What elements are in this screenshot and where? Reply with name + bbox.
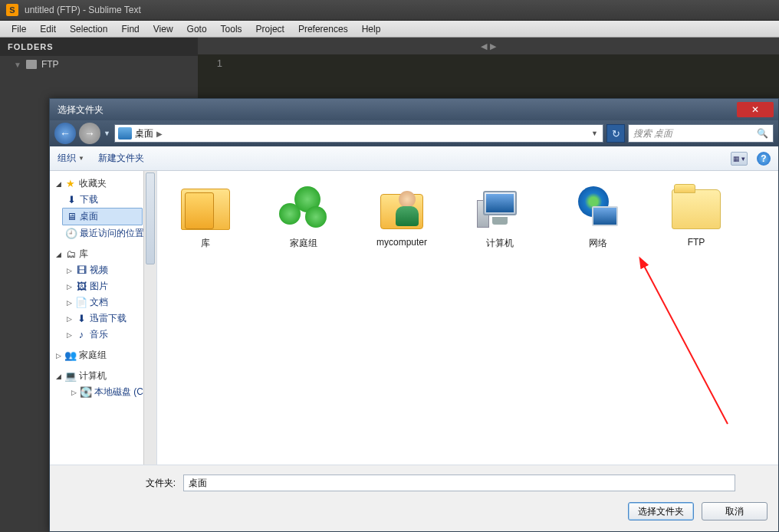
tab-prev-icon[interactable]: ◀: [481, 41, 487, 51]
network-icon: [574, 186, 623, 232]
tree-item-xunlei[interactable]: ▷⬇迅雷下载: [50, 310, 156, 327]
tree-item-recent[interactable]: 🕘最近访问的位置: [50, 225, 156, 241]
app-menubar[interactable]: File Edit Selection Find View Goto Tools…: [0, 21, 779, 38]
view-options-button[interactable]: ▦ ▾: [731, 152, 748, 166]
item-label: 网络: [589, 237, 607, 250]
tree-item-video[interactable]: ▷🎞视频: [50, 262, 156, 278]
tree-item-music[interactable]: ▷♪音乐: [50, 327, 156, 343]
computer-icon: [477, 188, 523, 231]
item-label: mycomputer: [376, 237, 427, 248]
nav-tree[interactable]: ◢★收藏夹 ⬇下载 🖥桌面 🕘最近访问的位置 ◢🗂库 ▷🎞视频 ▷🖼图片 ▷📄文…: [50, 171, 157, 465]
organize-button[interactable]: 组织▼: [58, 152, 84, 165]
dialog-navbar: ← → ▼ 桌面 ▶ ▼ ↻ 搜索 桌面 🔍: [50, 120, 778, 146]
app-titlebar: S untitled (FTP) - Sublime Text: [0, 0, 779, 21]
tree-libraries[interactable]: ◢🗂库: [50, 246, 156, 262]
menu-goto[interactable]: Goto: [180, 22, 214, 36]
tab-bar: ◀▶: [198, 38, 779, 54]
nav-forward-button[interactable]: →: [79, 123, 100, 144]
item-label: 库: [201, 237, 210, 250]
chevron-down-icon: ▼: [78, 155, 84, 162]
picture-icon: 🖼: [75, 281, 87, 292]
xunlei-icon: ⬇: [75, 314, 87, 324]
menu-selection[interactable]: Selection: [63, 22, 114, 36]
item-mycomputer[interactable]: mycomputer: [360, 180, 444, 250]
download-icon: ⬇: [65, 195, 77, 205]
music-icon: ♪: [75, 330, 87, 340]
line-gutter: 1: [198, 54, 228, 71]
dialog-toolbar: 组织▼ 新建文件夹 ▦ ▾ ?: [50, 146, 778, 171]
folder-icon: [26, 60, 37, 69]
tree-collapse-icon[interactable]: ▼: [14, 61, 21, 69]
tree-item-documents[interactable]: ▷📄文档: [50, 294, 156, 310]
dialog-titlebar[interactable]: 选择文件夹 ✕: [50, 99, 778, 120]
breadcrumb-bar[interactable]: 桌面 ▶ ▼: [114, 124, 603, 143]
item-label: 计算机: [486, 237, 514, 250]
item-ftp-folder[interactable]: FTP: [654, 180, 738, 250]
sidebar-header: FOLDERS: [0, 38, 198, 56]
sidebar-folder-label: FTP: [41, 59, 59, 70]
tree-item-desktop[interactable]: 🖥桌面: [62, 208, 143, 225]
item-label: FTP: [688, 237, 705, 248]
tree-item-pictures[interactable]: ▷🖼图片: [50, 278, 156, 294]
app-title: untitled (FTP) - Sublime Text: [25, 5, 141, 15]
menu-edit[interactable]: Edit: [33, 22, 63, 36]
item-network[interactable]: 网络: [556, 180, 640, 250]
content-area[interactable]: 库 家庭组 mycomputer 计算机 网络 FTP: [157, 171, 778, 465]
cancel-button[interactable]: 取消: [702, 502, 767, 521]
refresh-button[interactable]: ↻: [606, 124, 625, 143]
tab-next-icon[interactable]: ▶: [490, 41, 496, 51]
sidebar-folder-ftp[interactable]: ▼ FTP: [0, 56, 198, 73]
nav-history-drop-icon[interactable]: ▼: [104, 130, 111, 137]
video-icon: 🎞: [75, 265, 87, 276]
tree-item-drive-c[interactable]: ▷💽本地磁盘 (C:): [50, 384, 156, 400]
tree-item-downloads[interactable]: ⬇下载: [50, 192, 156, 208]
tree-homegroup[interactable]: ▷👥家庭组: [50, 347, 156, 363]
scrollbar-thumb[interactable]: [146, 172, 155, 264]
menu-help[interactable]: Help: [355, 22, 388, 36]
tree-computer[interactable]: ◢💻计算机: [50, 368, 156, 384]
folder-name-input[interactable]: [183, 475, 735, 491]
desktop-icon: 🖥: [65, 212, 77, 222]
line-number: 1: [217, 57, 222, 69]
desktop-icon: [118, 127, 132, 140]
breadcrumb-sep-icon[interactable]: ▶: [156, 130, 163, 138]
homegroup-icon: 👥: [64, 350, 77, 361]
item-libraries[interactable]: 库: [163, 180, 248, 250]
search-icon[interactable]: 🔍: [757, 128, 768, 139]
search-placeholder: 搜索 桌面: [633, 127, 672, 140]
menu-find[interactable]: Find: [114, 22, 146, 36]
tree-scrollbar[interactable]: [143, 171, 156, 465]
drive-icon: 💽: [80, 387, 92, 398]
homegroup-icon: [279, 186, 328, 232]
nav-back-button[interactable]: ←: [54, 123, 76, 144]
dialog-title: 选择文件夹: [58, 103, 104, 117]
menu-project[interactable]: Project: [249, 22, 291, 36]
star-icon: ★: [64, 179, 77, 189]
search-input[interactable]: 搜索 桌面 🔍: [628, 124, 774, 143]
sublime-logo-icon: S: [6, 4, 18, 16]
svg-line-0: [643, 264, 728, 424]
user-folder-icon: [380, 186, 423, 232]
menu-file[interactable]: File: [5, 22, 33, 36]
item-homegroup[interactable]: 家庭组: [261, 180, 346, 250]
menu-view[interactable]: View: [146, 22, 180, 36]
folder-icon: [672, 189, 721, 229]
item-computer[interactable]: 计算机: [458, 180, 542, 250]
breadcrumb-location[interactable]: 桌面: [135, 127, 153, 140]
folder-field-label: 文件夹:: [61, 477, 176, 490]
recent-icon: 🕘: [65, 228, 77, 239]
library-icon: 🗂: [64, 249, 77, 260]
dialog-close-button[interactable]: ✕: [737, 102, 774, 117]
tree-favorites[interactable]: ◢★收藏夹: [50, 176, 156, 192]
select-folder-button[interactable]: 选择文件夹: [628, 502, 694, 521]
annotation-arrow-icon: [628, 255, 751, 435]
menu-tools[interactable]: Tools: [214, 22, 249, 36]
item-label: 家庭组: [290, 237, 317, 250]
computer-icon: 💻: [64, 371, 77, 382]
library-icon: [181, 189, 230, 230]
new-folder-button[interactable]: 新建文件夹: [98, 152, 144, 165]
breadcrumb-drop-icon[interactable]: ▼: [591, 130, 598, 137]
help-button[interactable]: ?: [757, 152, 771, 166]
menu-preferences[interactable]: Preferences: [291, 22, 355, 36]
folder-picker-dialog: 选择文件夹 ✕ ← → ▼ 桌面 ▶ ▼ ↻ 搜索 桌面 🔍 组织▼ 新建文件夹…: [49, 98, 779, 532]
